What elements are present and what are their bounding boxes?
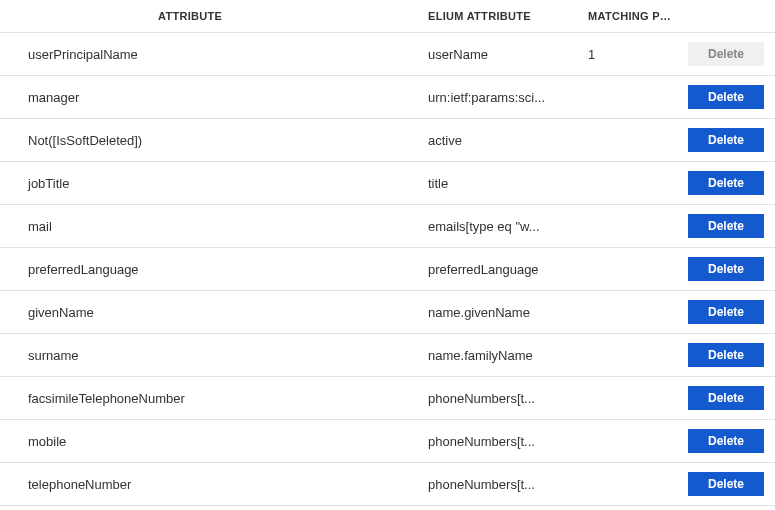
cell-elium-attribute: phoneNumbers[t... <box>428 391 588 406</box>
cell-attribute: jobTitle <box>28 176 428 191</box>
table-row[interactable]: preferredLanguagepreferredLanguageDelete <box>0 248 775 291</box>
cell-attribute: surname <box>28 348 428 363</box>
header-action <box>688 10 764 22</box>
cell-attribute: mail <box>28 219 428 234</box>
cell-attribute: givenName <box>28 305 428 320</box>
attribute-mapping-table: ATTRIBUTE ELIUM ATTRIBUTE MATCHING PREC.… <box>0 0 775 510</box>
table-row[interactable]: facsimileTelephoneNumberphoneNumbers[t..… <box>0 377 775 420</box>
cell-action: Delete <box>688 257 764 281</box>
cell-attribute: mobile <box>28 434 428 449</box>
cell-elium-attribute: phoneNumbers[t... <box>428 434 588 449</box>
table-row[interactable]: givenNamename.givenNameDelete <box>0 291 775 334</box>
cell-attribute: preferredLanguage <box>28 262 428 277</box>
delete-button[interactable]: Delete <box>688 386 764 410</box>
cell-action: Delete <box>688 214 764 238</box>
cell-attribute: facsimileTelephoneNumber <box>28 391 428 406</box>
table-row[interactable]: managerurn:ietf:params:sci...Delete <box>0 76 775 119</box>
table-row[interactable]: surnamename.familyNameDelete <box>0 334 775 377</box>
header-matching-precedence: MATCHING PREC... <box>588 10 688 22</box>
cell-action: Delete <box>688 343 764 367</box>
cell-elium-attribute: name.givenName <box>428 305 588 320</box>
header-elium-attribute: ELIUM ATTRIBUTE <box>428 10 588 22</box>
cell-elium-attribute: userName <box>428 47 588 62</box>
table-row[interactable]: mailemails[type eq "w...Delete <box>0 205 775 248</box>
table-row[interactable]: userPrincipalNameuserName1Delete <box>0 33 775 76</box>
cell-action: Delete <box>688 429 764 453</box>
cell-action: Delete <box>688 42 764 66</box>
cell-elium-attribute: name.familyName <box>428 348 588 363</box>
table-row[interactable]: jobTitletitleDelete <box>0 162 775 205</box>
delete-button[interactable]: Delete <box>688 300 764 324</box>
table-row[interactable]: mobilephoneNumbers[t...Delete <box>0 420 775 463</box>
delete-button[interactable]: Delete <box>688 257 764 281</box>
cell-action: Delete <box>688 128 764 152</box>
cell-action: Delete <box>688 472 764 496</box>
delete-button[interactable]: Delete <box>688 128 764 152</box>
delete-button: Delete <box>688 42 764 66</box>
cell-matching-precedence: 1 <box>588 47 688 62</box>
delete-button[interactable]: Delete <box>688 429 764 453</box>
table-row[interactable]: objectIdexternalIdDelete <box>0 506 775 510</box>
cell-elium-attribute: phoneNumbers[t... <box>428 477 588 492</box>
cell-attribute: manager <box>28 90 428 105</box>
table-header-row: ATTRIBUTE ELIUM ATTRIBUTE MATCHING PREC.… <box>0 0 775 33</box>
cell-elium-attribute: title <box>428 176 588 191</box>
cell-action: Delete <box>688 386 764 410</box>
table-body: userPrincipalNameuserName1Deletemanageru… <box>0 33 775 510</box>
table-row[interactable]: telephoneNumberphoneNumbers[t...Delete <box>0 463 775 506</box>
cell-elium-attribute: urn:ietf:params:sci... <box>428 90 588 105</box>
delete-button[interactable]: Delete <box>688 214 764 238</box>
cell-attribute: telephoneNumber <box>28 477 428 492</box>
cell-attribute: Not([IsSoftDeleted]) <box>28 133 428 148</box>
cell-elium-attribute: emails[type eq "w... <box>428 219 588 234</box>
delete-button[interactable]: Delete <box>688 85 764 109</box>
cell-elium-attribute: preferredLanguage <box>428 262 588 277</box>
delete-button[interactable]: Delete <box>688 472 764 496</box>
cell-action: Delete <box>688 171 764 195</box>
cell-attribute: userPrincipalName <box>28 47 428 62</box>
delete-button[interactable]: Delete <box>688 343 764 367</box>
delete-button[interactable]: Delete <box>688 171 764 195</box>
cell-action: Delete <box>688 85 764 109</box>
header-attribute: ATTRIBUTE <box>28 10 428 22</box>
cell-elium-attribute: active <box>428 133 588 148</box>
cell-action: Delete <box>688 300 764 324</box>
table-row[interactable]: Not([IsSoftDeleted])activeDelete <box>0 119 775 162</box>
